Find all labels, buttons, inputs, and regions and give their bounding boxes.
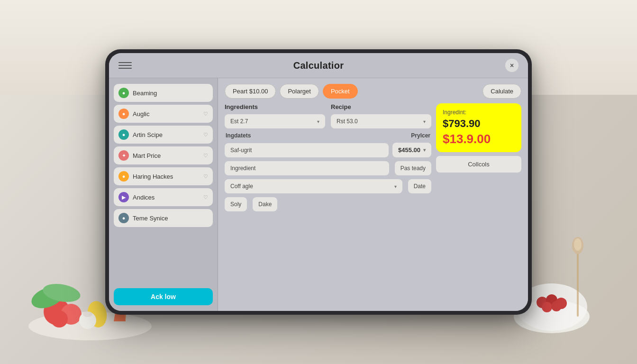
sidebar-label-auglic: Auglic: [133, 110, 200, 118]
menu-icon[interactable]: [118, 59, 132, 72]
price-value: $455.00: [398, 146, 420, 154]
price-chevron-icon: ▾: [423, 147, 426, 153]
sidebar-label-haring: Haring Hackes: [133, 173, 200, 180]
ingredients-chevron-icon: ▾: [317, 119, 319, 124]
results-price-1: $793.90: [443, 118, 515, 130]
ingredient-price-row: $455.00 ▾: [225, 143, 431, 157]
menu-line-1: [118, 62, 132, 63]
menu-line-3: [118, 68, 132, 69]
category-chevron-icon: ▾: [394, 184, 397, 189]
ingredient-status-row: Pas teady: [225, 161, 431, 175]
results-price-2: $13.9.00: [443, 132, 515, 146]
prylcer-header: Prylcer: [411, 132, 430, 139]
sort-date2-row: Soly Dake: [225, 197, 431, 211]
app-body: ● Beaming ● Auglic ♡ ● Artin Scipe ♡ ✦ M…: [109, 78, 528, 311]
recipe-chevron-icon: ▾: [423, 119, 426, 124]
main-content: Peart $10.00 Polarget Pocket Calulate In…: [218, 78, 528, 311]
svg-point-3: [51, 310, 68, 328]
recipe-dropdown-value: Rst 53.0: [337, 118, 358, 125]
svg-point-17: [551, 301, 562, 311]
results-label: Ingredint:: [443, 109, 515, 116]
add-low-button[interactable]: Ack low: [114, 288, 213, 305]
dropdowns-row: Est 2.7 ▾ Rst 53.0 ▾: [225, 114, 431, 128]
ingdatets-header: Ingdatets: [226, 132, 251, 139]
mart-chevron: ♡: [203, 153, 208, 159]
date-field[interactable]: Date: [408, 179, 431, 193]
teme-icon: ●: [118, 213, 129, 223]
sidebar-label-beaming: Beaming: [133, 90, 208, 97]
category-date-row: Coff agle ▾ Date: [225, 179, 431, 193]
category-value: Coff agle: [230, 183, 253, 190]
form-area: Ingredients Recipe Est 2.7 ▾ Rst 53.0: [225, 103, 431, 305]
sidebar-item-andices[interactable]: ▶ Andices ♡: [114, 188, 213, 206]
sidebar-label-andices: Andices: [133, 194, 200, 201]
sidebar-item-auglic[interactable]: ● Auglic ♡: [114, 105, 213, 123]
pocket-button[interactable]: Pocket: [323, 84, 358, 99]
beaming-icon: ●: [118, 88, 129, 98]
auglic-chevron: ♡: [203, 111, 208, 117]
svg-point-16: [542, 302, 552, 312]
peart-button[interactable]: Peart $10.00: [225, 84, 276, 99]
sidebar-item-mart-price[interactable]: ✦ Mart Price ♡: [114, 146, 213, 164]
date-field2[interactable]: Dake: [253, 197, 277, 211]
auglic-icon: ●: [118, 109, 129, 119]
svg-point-10: [83, 311, 92, 317]
andices-icon: ▶: [118, 192, 129, 202]
menu-line-2: [118, 65, 132, 66]
wooden-spoon: [571, 231, 585, 317]
app-title: Calculatior: [293, 60, 344, 71]
haring-icon: ●: [118, 171, 129, 182]
sidebar: ● Beaming ● Auglic ♡ ● Artin Scipe ♡ ✦ M…: [109, 78, 218, 311]
results-card: Ingredint: $793.90 $13.9.00: [436, 103, 521, 152]
polarget-button[interactable]: Polarget: [280, 84, 318, 99]
mart-icon: ✦: [118, 150, 129, 161]
sidebar-item-artin-scipe[interactable]: ● Artin Scipe ♡: [114, 126, 213, 144]
ingredient-input[interactable]: [225, 143, 389, 157]
sidebar-label-teme: Teme Synice: [133, 215, 208, 222]
andices-chevron: ♡: [203, 194, 208, 200]
price-display[interactable]: $455.00 ▾: [392, 143, 431, 157]
ingredients-dropdown-value: Est 2.7: [230, 118, 248, 125]
sidebar-item-teme-synice[interactable]: ● Teme Synice: [114, 209, 213, 227]
sort-field[interactable]: Soly: [225, 197, 247, 211]
close-button[interactable]: ×: [505, 59, 519, 72]
form-column-labels: Ingredients Recipe: [225, 103, 431, 110]
sidebar-label-mart: Mart Price: [133, 152, 200, 159]
top-buttons-row: Peart $10.00 Polarget Pocket Calulate: [225, 84, 521, 99]
sidebar-label-artin: Artin Scipe: [133, 131, 200, 138]
ingredient-field2[interactable]: [225, 161, 389, 175]
svg-rect-18: [577, 250, 579, 317]
results-panel: Ingredint: $793.90 $13.9.00 Collcols: [436, 103, 521, 305]
ingredients-dropdown[interactable]: Est 2.7 ▾: [225, 114, 325, 128]
controls-button[interactable]: Collcols: [436, 156, 521, 173]
status-field[interactable]: Pas teady: [395, 161, 431, 175]
ingredients-label: Ingredients: [225, 103, 325, 110]
tablet-screen: Calculatior × ● Beaming ● Auglic ♡ ● Art…: [109, 53, 528, 311]
form-results-container: Ingredients Recipe Est 2.7 ▾ Rst 53.0: [225, 103, 521, 305]
recipe-label: Recipe: [331, 103, 431, 110]
haring-chevron: ♡: [203, 173, 208, 180]
section-headers: Ingdatets Prylcer: [225, 132, 431, 139]
tablet-device: Calculatior × ● Beaming ● Auglic ♡ ● Art…: [105, 49, 532, 315]
app-header: Calculatior ×: [109, 53, 528, 78]
category-dropdown[interactable]: Coff agle ▾: [225, 179, 402, 193]
artin-icon: ●: [118, 129, 129, 140]
sidebar-item-beaming[interactable]: ● Beaming: [114, 84, 213, 102]
recipe-dropdown[interactable]: Rst 53.0 ▾: [331, 114, 431, 128]
sidebar-item-haring-hackes[interactable]: ● Haring Hackes ♡: [114, 167, 213, 185]
artin-chevron: ♡: [203, 132, 208, 138]
calculate-button[interactable]: Calulate: [482, 84, 521, 99]
svg-point-20: [574, 238, 582, 251]
